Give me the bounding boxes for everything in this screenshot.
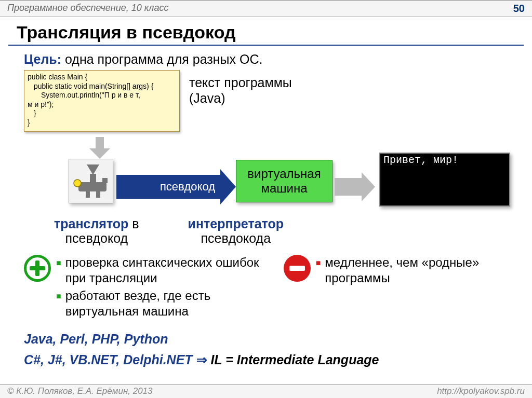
caption-line2: (Java) — [189, 90, 292, 106]
svg-rect-7 — [86, 191, 90, 198]
goal-text: одна программа для разных ОС. — [65, 52, 262, 66]
minus-icon — [284, 255, 311, 282]
arrow-right-icon — [362, 172, 375, 201]
interpreter-sub: псевдокода — [188, 231, 284, 246]
svg-rect-10 — [30, 266, 45, 270]
con-text: медленнее, чем «родные» программы — [325, 255, 501, 286]
goal-line: Цель: одна программа для разных ОС. — [24, 52, 515, 67]
slide-title: Трансляция в псевдокод — [0, 17, 532, 45]
pro-text: проверка синтаксических ошибок при транс… — [65, 255, 263, 286]
source-code-box: public class Main { public static void m… — [24, 70, 180, 132]
translator-caption: транслятор в псевдокод — [54, 217, 139, 245]
virtual-machine-box: виртуальная машина — [236, 160, 332, 202]
cons-column: ■ медленнее, чем «родные» программы — [284, 255, 502, 321]
vm-output-arrow — [335, 172, 375, 201]
interpreter-caption: интерпретатор псевдокода — [188, 217, 284, 245]
compiler-icon — [69, 159, 113, 203]
translator-bold: транслятор — [54, 216, 128, 231]
flow-captions: транслятор в псевдокод интерпретатор псе… — [24, 217, 515, 245]
code-line: } — [28, 118, 176, 128]
languages-block: Java, Perl, PHP, Python C#, J#, VB.NET, … — [24, 328, 515, 370]
code-line: System.out.println("П р и в е т, — [28, 91, 176, 100]
arrow-down-icon — [89, 137, 110, 159]
pro-text: работают везде, где есть виртуальная маш… — [65, 288, 263, 319]
svg-rect-5 — [102, 178, 108, 183]
pseudocode-arrow: псевдокод — [116, 169, 236, 204]
svg-rect-0 — [96, 137, 104, 148]
svg-rect-4 — [78, 182, 107, 191]
pros-column: ■ проверка синтаксических ошибок при тра… — [24, 255, 263, 321]
pseudocode-arrow-label: псевдокод — [116, 175, 220, 199]
arrow-glyph: ⇒ — [193, 352, 211, 367]
code-line: м и р!"); — [28, 100, 176, 109]
header-subject: Программное обеспечение, 10 класс — [7, 3, 168, 15]
pros-cons: ■ проверка синтаксических ошибок при тра… — [24, 255, 515, 321]
bullet-icon: ■ — [56, 255, 61, 286]
slide-content: Цель: одна программа для разных ОС. publ… — [0, 52, 532, 370]
cons-list: ■ медленнее, чем «родные» программы — [316, 255, 502, 321]
interpreter-bold: интерпретатор — [188, 216, 284, 231]
translator-rest: в — [128, 216, 139, 231]
caption-line1: текст программы — [189, 75, 292, 90]
il-definition: IL = Intermediate Language — [211, 352, 379, 367]
languages-line1: Java, Perl, PHP, Python — [24, 328, 515, 349]
code-line: public class Main { — [28, 73, 176, 82]
slide-footer: © К.Ю. Поляков, Е.А. Ерёмин, 2013 http:/… — [0, 384, 532, 398]
bullet-icon: ■ — [316, 255, 321, 286]
slide-header: Программное обеспечение, 10 класс 50 — [0, 0, 532, 17]
translator-sub: псевдокод — [54, 231, 139, 246]
flow-diagram: псевдокод виртуальная машина Привет, мир… — [24, 137, 515, 215]
list-item: ■ медленнее, чем «родные» программы — [316, 255, 502, 286]
plus-icon — [24, 255, 51, 282]
page-number: 50 — [513, 3, 525, 15]
goal-label: Цель: — [24, 52, 61, 66]
list-item: ■ проверка синтаксических ошибок при тра… — [56, 255, 263, 286]
footer-copyright: © К.Ю. Поляков, Е.А. Ерёмин, 2013 — [7, 386, 153, 396]
code-line: public static void main(String[] args) { — [28, 82, 176, 91]
terminal-window: Привет, мир! — [379, 153, 510, 207]
title-rule — [8, 45, 524, 46]
bullet-icon: ■ — [56, 288, 61, 319]
lang-prefix: C#, J#, VB.NET, Delphi.NET — [24, 352, 193, 367]
footer-url: http://kpolyakov.spb.ru — [437, 386, 525, 396]
code-line: } — [28, 109, 176, 118]
svg-marker-2 — [87, 164, 99, 175]
pros-list: ■ проверка синтаксических ошибок при тра… — [56, 255, 263, 321]
arrow-right-icon — [220, 169, 236, 204]
source-code-caption: текст программы (Java) — [189, 75, 292, 106]
svg-rect-8 — [96, 191, 100, 198]
svg-marker-1 — [89, 148, 110, 159]
languages-line2: C#, J#, VB.NET, Delphi.NET ⇒ IL = Interm… — [24, 349, 515, 370]
terminal-output: Привет, мир! — [383, 154, 458, 166]
list-item: ■ работают везде, где есть виртуальная м… — [56, 288, 263, 319]
svg-point-6 — [74, 180, 81, 187]
